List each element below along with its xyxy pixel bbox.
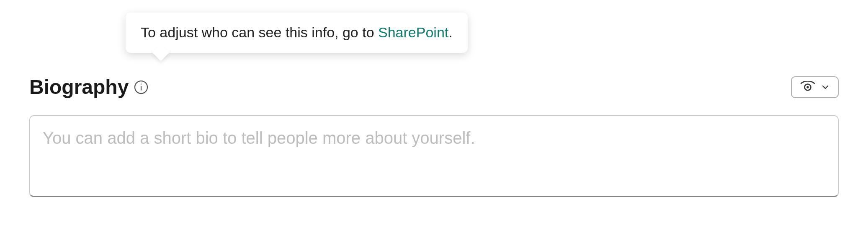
tooltip-text-suffix: . — [448, 24, 452, 40]
chevron-down-icon — [820, 82, 830, 92]
info-tooltip: To adjust who can see this info, go to S… — [126, 13, 468, 53]
svg-point-4 — [806, 86, 809, 88]
title-group: Biography — [29, 75, 149, 99]
visibility-dropdown-button[interactable] — [791, 76, 839, 98]
section-title: Biography — [29, 75, 129, 99]
section-header: Biography — [29, 75, 839, 99]
info-icon[interactable] — [134, 80, 149, 95]
svg-point-2 — [141, 83, 142, 84]
tooltip-beak — [152, 44, 169, 61]
tooltip-sharepoint-link[interactable]: SharePoint — [378, 24, 448, 40]
biography-input[interactable] — [29, 115, 839, 197]
eye-icon — [799, 81, 816, 93]
tooltip-text-prefix: To adjust who can see this info, go to — [141, 24, 378, 40]
